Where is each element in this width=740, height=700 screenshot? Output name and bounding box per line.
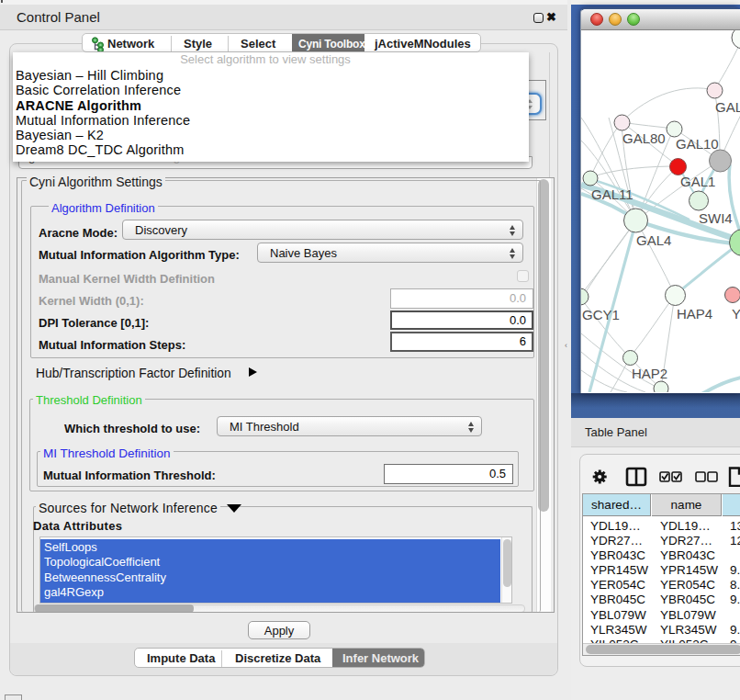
svg-text:GAL10: GAL10 bbox=[676, 136, 719, 152]
svg-text:SWI4: SWI4 bbox=[699, 210, 733, 226]
svg-text:GAL80: GAL80 bbox=[622, 130, 666, 146]
svg-text:GAL2: GAL2 bbox=[715, 99, 740, 115]
svg-text:GAL4: GAL4 bbox=[636, 232, 671, 248]
svg-text:HAP2: HAP2 bbox=[632, 366, 667, 381]
svg-text:YD: YD bbox=[732, 306, 740, 322]
svg-text:GAL11: GAL11 bbox=[591, 186, 633, 202]
svg-text:GCY1: GCY1 bbox=[582, 307, 620, 322]
svg-text:HAP4: HAP4 bbox=[677, 306, 712, 322]
svg-text:GAL1: GAL1 bbox=[680, 174, 715, 189]
